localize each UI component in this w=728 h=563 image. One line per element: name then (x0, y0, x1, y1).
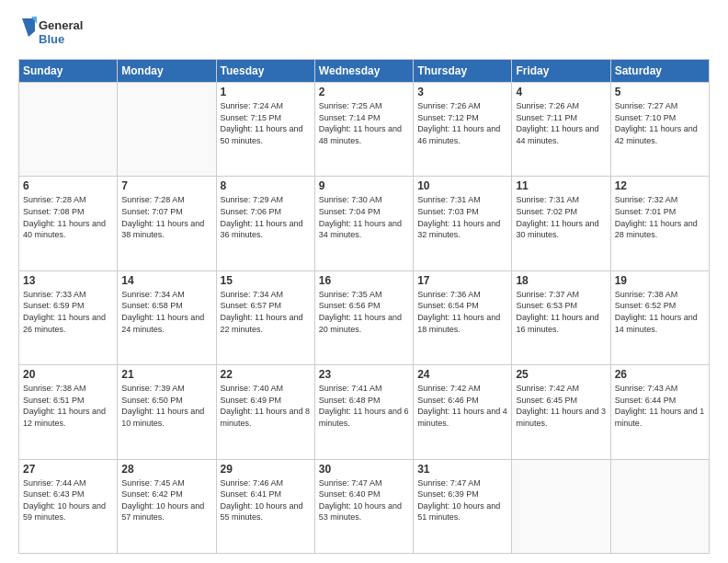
day-number: 16 (319, 274, 409, 287)
calendar-cell: 30Sunrise: 7:47 AM Sunset: 6:40 PM Dayli… (314, 459, 413, 553)
cell-sun-info: Sunrise: 7:45 AM Sunset: 6:42 PM Dayligh… (121, 477, 211, 523)
day-number: 19 (615, 274, 705, 287)
cell-sun-info: Sunrise: 7:30 AM Sunset: 7:04 PM Dayligh… (319, 194, 409, 240)
col-header-tuesday: Tuesday (216, 60, 314, 83)
calendar-cell (19, 83, 118, 177)
day-number: 10 (417, 179, 507, 192)
calendar-cell: 11Sunrise: 7:31 AM Sunset: 7:02 PM Dayli… (512, 177, 610, 270)
page: General Blue SundayMondayTuesdayWednesda… (0, 0, 728, 563)
calendar-cell: 23Sunrise: 7:41 AM Sunset: 6:48 PM Dayli… (314, 365, 413, 459)
cell-sun-info: Sunrise: 7:42 AM Sunset: 6:45 PM Dayligh… (516, 383, 606, 429)
day-number: 9 (319, 179, 409, 192)
cell-sun-info: Sunrise: 7:47 AM Sunset: 6:39 PM Dayligh… (417, 477, 507, 523)
cell-sun-info: Sunrise: 7:26 AM Sunset: 7:11 PM Dayligh… (516, 100, 606, 146)
calendar-cell: 6Sunrise: 7:28 AM Sunset: 7:08 PM Daylig… (19, 177, 118, 270)
cell-sun-info: Sunrise: 7:35 AM Sunset: 6:56 PM Dayligh… (319, 289, 409, 335)
calendar-cell: 16Sunrise: 7:35 AM Sunset: 6:56 PM Dayli… (314, 270, 413, 364)
cell-sun-info: Sunrise: 7:34 AM Sunset: 6:57 PM Dayligh… (221, 289, 311, 335)
calendar-cell: 8Sunrise: 7:29 AM Sunset: 7:06 PM Daylig… (216, 177, 314, 270)
day-number: 24 (417, 368, 507, 381)
header: General Blue (18, 15, 710, 52)
col-header-thursday: Thursday (414, 60, 512, 83)
calendar-week-4: 20Sunrise: 7:38 AM Sunset: 6:51 PM Dayli… (19, 365, 710, 459)
day-number: 7 (121, 179, 211, 192)
calendar-header-row: SundayMondayTuesdayWednesdayThursdayFrid… (19, 60, 710, 83)
calendar-cell: 1Sunrise: 7:24 AM Sunset: 7:15 PM Daylig… (216, 83, 314, 177)
cell-sun-info: Sunrise: 7:31 AM Sunset: 7:03 PM Dayligh… (417, 194, 507, 240)
cell-sun-info: Sunrise: 7:37 AM Sunset: 6:53 PM Dayligh… (516, 289, 606, 335)
day-number: 29 (221, 463, 311, 476)
calendar-cell (610, 459, 709, 553)
day-number: 2 (319, 86, 409, 98)
cell-sun-info: Sunrise: 7:38 AM Sunset: 6:51 PM Dayligh… (23, 383, 113, 429)
cell-sun-info: Sunrise: 7:25 AM Sunset: 7:14 PM Dayligh… (319, 100, 409, 146)
calendar-week-2: 6Sunrise: 7:28 AM Sunset: 7:08 PM Daylig… (19, 177, 710, 270)
cell-sun-info: Sunrise: 7:34 AM Sunset: 6:58 PM Dayligh… (121, 289, 211, 335)
day-number: 13 (23, 274, 113, 287)
cell-sun-info: Sunrise: 7:38 AM Sunset: 6:52 PM Dayligh… (615, 289, 705, 335)
day-number: 5 (615, 86, 705, 98)
cell-sun-info: Sunrise: 7:41 AM Sunset: 6:48 PM Dayligh… (319, 383, 409, 429)
cell-sun-info: Sunrise: 7:32 AM Sunset: 7:01 PM Dayligh… (615, 194, 705, 240)
day-number: 18 (516, 274, 606, 287)
logo-icon: General Blue (18, 15, 101, 52)
cell-sun-info: Sunrise: 7:33 AM Sunset: 6:59 PM Dayligh… (23, 289, 113, 335)
calendar-week-5: 27Sunrise: 7:44 AM Sunset: 6:43 PM Dayli… (19, 459, 710, 553)
cell-sun-info: Sunrise: 7:26 AM Sunset: 7:12 PM Dayligh… (417, 100, 507, 146)
calendar-cell: 14Sunrise: 7:34 AM Sunset: 6:58 PM Dayli… (118, 270, 216, 364)
calendar-cell: 20Sunrise: 7:38 AM Sunset: 6:51 PM Dayli… (19, 365, 118, 459)
calendar-cell: 22Sunrise: 7:40 AM Sunset: 6:49 PM Dayli… (216, 365, 314, 459)
cell-sun-info: Sunrise: 7:40 AM Sunset: 6:49 PM Dayligh… (221, 383, 311, 429)
day-number: 25 (516, 368, 606, 381)
day-number: 14 (121, 274, 211, 287)
calendar-cell: 15Sunrise: 7:34 AM Sunset: 6:57 PM Dayli… (216, 270, 314, 364)
calendar-cell: 2Sunrise: 7:25 AM Sunset: 7:14 PM Daylig… (314, 83, 413, 177)
cell-sun-info: Sunrise: 7:31 AM Sunset: 7:02 PM Dayligh… (516, 194, 606, 240)
calendar-cell: 3Sunrise: 7:26 AM Sunset: 7:12 PM Daylig… (414, 83, 512, 177)
calendar-cell: 19Sunrise: 7:38 AM Sunset: 6:52 PM Dayli… (610, 270, 709, 364)
day-number: 3 (417, 86, 507, 98)
calendar-week-1: 1Sunrise: 7:24 AM Sunset: 7:15 PM Daylig… (19, 83, 710, 177)
col-header-sunday: Sunday (19, 60, 118, 83)
cell-sun-info: Sunrise: 7:43 AM Sunset: 6:44 PM Dayligh… (615, 383, 705, 429)
cell-sun-info: Sunrise: 7:47 AM Sunset: 6:40 PM Dayligh… (319, 477, 409, 523)
cell-sun-info: Sunrise: 7:27 AM Sunset: 7:10 PM Dayligh… (615, 100, 705, 146)
calendar-table: SundayMondayTuesdayWednesdayThursdayFrid… (18, 59, 710, 554)
cell-sun-info: Sunrise: 7:28 AM Sunset: 7:08 PM Dayligh… (23, 194, 113, 240)
calendar-cell: 24Sunrise: 7:42 AM Sunset: 6:46 PM Dayli… (414, 365, 512, 459)
cell-sun-info: Sunrise: 7:28 AM Sunset: 7:07 PM Dayligh… (121, 194, 211, 240)
day-number: 23 (319, 368, 409, 381)
calendar-week-3: 13Sunrise: 7:33 AM Sunset: 6:59 PM Dayli… (19, 270, 710, 364)
svg-text:Blue: Blue (39, 32, 64, 46)
calendar-cell: 10Sunrise: 7:31 AM Sunset: 7:03 PM Dayli… (414, 177, 512, 270)
cell-sun-info: Sunrise: 7:29 AM Sunset: 7:06 PM Dayligh… (221, 194, 311, 240)
day-number: 21 (121, 368, 211, 381)
day-number: 22 (221, 368, 311, 381)
calendar-cell: 26Sunrise: 7:43 AM Sunset: 6:44 PM Dayli… (610, 365, 709, 459)
day-number: 15 (221, 274, 311, 287)
day-number: 27 (23, 463, 113, 476)
calendar-cell: 13Sunrise: 7:33 AM Sunset: 6:59 PM Dayli… (19, 270, 118, 364)
calendar-cell: 5Sunrise: 7:27 AM Sunset: 7:10 PM Daylig… (610, 83, 709, 177)
col-header-friday: Friday (512, 60, 610, 83)
day-number: 28 (121, 463, 211, 476)
calendar-cell (512, 459, 610, 553)
calendar-cell: 7Sunrise: 7:28 AM Sunset: 7:07 PM Daylig… (118, 177, 216, 270)
cell-sun-info: Sunrise: 7:46 AM Sunset: 6:41 PM Dayligh… (221, 477, 311, 523)
svg-text:General: General (39, 18, 83, 32)
calendar-cell: 21Sunrise: 7:39 AM Sunset: 6:50 PM Dayli… (118, 365, 216, 459)
day-number: 20 (23, 368, 113, 381)
svg-marker-2 (22, 18, 35, 37)
col-header-monday: Monday (118, 60, 216, 83)
col-header-saturday: Saturday (610, 60, 709, 83)
calendar-cell: 29Sunrise: 7:46 AM Sunset: 6:41 PM Dayli… (216, 459, 314, 553)
calendar-cell: 25Sunrise: 7:42 AM Sunset: 6:45 PM Dayli… (512, 365, 610, 459)
day-number: 11 (516, 179, 606, 192)
calendar-cell: 17Sunrise: 7:36 AM Sunset: 6:54 PM Dayli… (414, 270, 512, 364)
col-header-wednesday: Wednesday (314, 60, 413, 83)
day-number: 26 (615, 368, 705, 381)
calendar-cell: 31Sunrise: 7:47 AM Sunset: 6:39 PM Dayli… (414, 459, 512, 553)
calendar-cell: 4Sunrise: 7:26 AM Sunset: 7:11 PM Daylig… (512, 83, 610, 177)
calendar-cell (118, 83, 216, 177)
day-number: 8 (221, 179, 311, 192)
